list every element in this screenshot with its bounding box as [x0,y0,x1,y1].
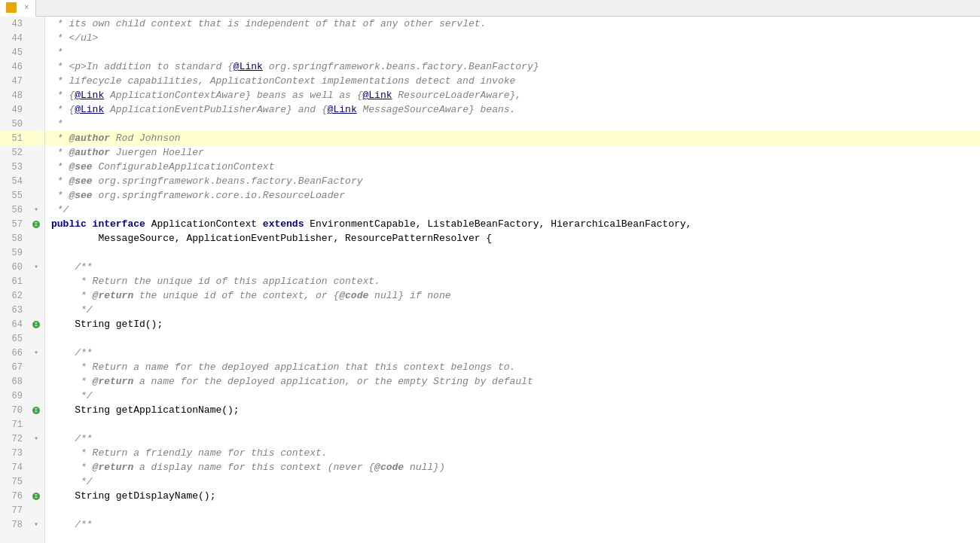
code-line: String getApplicationName(); [45,403,980,417]
code-text: */ [45,389,93,403]
gutter-row: 56▾ [0,203,44,217]
code-line: * {@Link ApplicationEventPublisherAware}… [45,102,980,117]
line-number: 64 [0,319,27,330]
gutter-row: 51 [0,131,44,145]
gutter-row: 71 [0,417,44,432]
code-text: * {@Link ApplicationContextAware} beans … [45,88,521,102]
line-number: 67 [0,362,27,373]
gutter-row: 70I [0,403,44,417]
tab-bar: × [0,0,980,17]
code-line [45,417,980,432]
tab-close-icon[interactable]: × [24,3,29,12]
code-text: * lifecycle capabilities, ApplicationCon… [45,74,515,88]
gutter-row: 44 [0,31,44,45]
code-line: */ [45,203,980,217]
fold-icon[interactable]: ▾ [34,521,38,529]
code-text: * @return a display name for this contex… [45,460,445,474]
gutter-row: 50 [0,117,44,131]
gutter-row: 63 [0,303,44,317]
line-number: 55 [0,191,27,201]
code-text: * Return the unique id of this applicati… [45,274,380,288]
line-number: 52 [0,148,27,158]
code-line: */ [45,474,980,489]
code-text: * @see org.springframework.beans.factory… [45,174,362,188]
line-number: 76 [0,491,27,502]
code-line: * its own child context that is independ… [45,17,980,31]
line-number: 70 [0,405,27,416]
line-number: 49 [0,105,27,115]
gutter-row: 54 [0,174,44,188]
gutter-row: 77 [0,503,44,517]
code-line: public interface ApplicationContext exte… [45,217,980,231]
gutter-row: 74 [0,460,44,474]
code-line: /** [45,260,980,274]
code-text: * @author Juergen Hoeller [45,145,204,160]
method-icon: I [32,493,40,500]
gutter-row: 48 [0,88,44,102]
line-number: 46 [0,62,27,72]
code-text: */ [45,474,93,489]
line-number: 50 [0,119,27,130]
code-line: /** [45,346,980,360]
line-number: 61 [0,276,27,287]
code-text: * @return a name for the deployed applic… [45,374,533,389]
code-line [45,331,980,346]
code-text: */ [45,303,93,317]
code-text: String getId(); [45,317,163,331]
gutter-row: 72▾ [0,432,44,446]
gutter: 4344454647484950515253545556▾57I585960▾6… [0,17,45,543]
method-icon: I [32,321,40,328]
code-text: /** [45,517,93,532]
line-number: 57 [0,219,27,230]
file-tab[interactable]: × [0,0,36,17]
fold-icon[interactable]: ▾ [34,349,38,357]
line-number: 66 [0,348,27,358]
code-line: /** [45,517,980,532]
code-text: public interface ApplicationContext exte… [45,217,691,231]
code-line: * @return the unique id of the context, … [45,288,980,303]
code-line: * @see org.springframework.beans.factory… [45,174,980,188]
fold-icon[interactable]: ▾ [34,435,38,443]
code-text: /** [45,260,93,274]
code-line: * @see ConfigurableApplicationContext [45,160,980,174]
gutter-row: 43 [0,17,44,31]
code-text: MessageSource, ApplicationEventPublisher… [45,231,492,246]
code-text: * {@Link ApplicationEventPublisherAware}… [45,102,515,117]
fold-icon[interactable]: ▾ [34,206,38,214]
line-number: 45 [0,47,27,58]
code-text: String getApplicationName(); [45,403,240,417]
code-content[interactable]: * its own child context that is independ… [45,17,980,543]
code-line: * @return a name for the deployed applic… [45,374,980,389]
code-text: */ [45,203,69,217]
line-number: 60 [0,262,27,273]
gutter-row: 68 [0,374,44,389]
code-line: MessageSource, ApplicationEventPublisher… [45,231,980,246]
code-line: * @author Juergen Hoeller [45,145,980,160]
fold-icon[interactable]: ▾ [34,264,38,271]
code-line: * Return the unique id of this applicati… [45,274,980,288]
code-line: */ [45,303,980,317]
code-text: * <p>In addition to standard {@Link org.… [45,59,539,74]
line-number: 58 [0,233,27,244]
gutter-row: 57I [0,217,44,231]
line-number: 65 [0,334,27,344]
code-text: String getDisplayName(); [45,489,215,503]
code-line: * Return a friendly name for this contex… [45,446,980,460]
code-line: */ [45,389,980,403]
line-number: 59 [0,248,27,258]
line-number: 44 [0,33,27,44]
line-number: 48 [0,90,27,101]
gutter-row: 61 [0,274,44,288]
code-line: * [45,45,980,59]
gutter-row: 53 [0,160,44,174]
code-line: * @return a display name for this contex… [45,460,980,474]
gutter-row: 45 [0,45,44,59]
gutter-row: 59 [0,246,44,260]
code-text: /** [45,432,93,446]
code-text: * @see org.springframework.core.io.Resou… [45,188,345,203]
gutter-row: 69 [0,389,44,403]
line-number: 74 [0,462,27,473]
code-text: * Return a friendly name for this contex… [45,446,328,460]
line-number: 69 [0,391,27,401]
code-line: String getId(); [45,317,980,331]
